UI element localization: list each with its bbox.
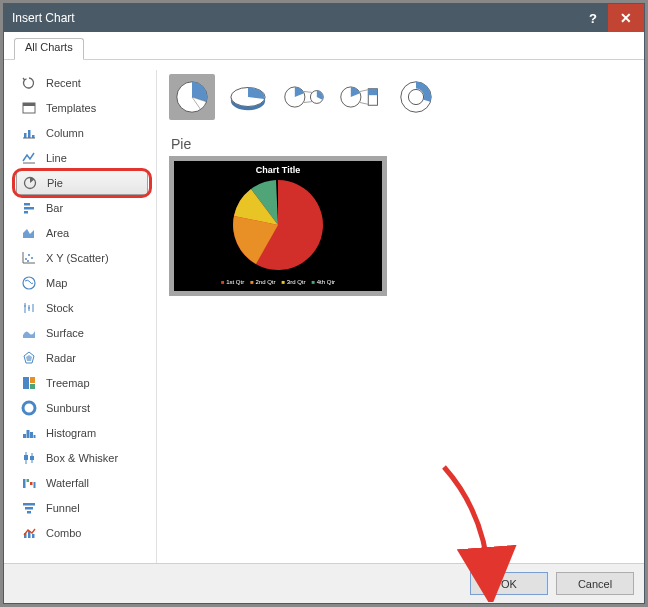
sidebar-item-pie[interactable]: Pie [16,170,148,195]
bar-icon [20,200,38,216]
variant-pie[interactable] [169,74,215,120]
dialog-content: All Charts Recent Templates [4,32,644,603]
variant-doughnut[interactable] [393,74,439,120]
sidebar-item-label: Bar [46,202,63,214]
main-pane: Pie Chart Title 1st Qtr [156,70,632,563]
sidebar-item-histogram[interactable]: Histogram [16,420,148,445]
svg-point-17 [27,260,29,262]
tab-all-charts[interactable]: All Charts [14,38,84,60]
sidebar-item-column[interactable]: Column [16,120,148,145]
box-whisker-icon [20,450,38,466]
chart-preview[interactable]: Chart Title 1st Qtr 2nd Qtr 3r [169,156,387,296]
sidebar-item-combo[interactable]: Combo [16,520,148,545]
svg-point-16 [31,257,33,259]
sidebar-item-label: Column [46,127,84,139]
sidebar-item-label: Box & Whisker [46,452,118,464]
variant-pie-of-pie[interactable] [281,74,327,120]
svg-rect-32 [27,430,30,438]
sidebar-item-label: Sunburst [46,402,90,414]
cancel-button[interactable]: Cancel [556,572,634,595]
pie-icon [21,175,39,191]
svg-line-58 [360,90,368,92]
svg-rect-1 [23,103,35,106]
sidebar-item-label: X Y (Scatter) [46,252,109,264]
svg-rect-44 [25,507,33,510]
sidebar-item-label: Waterfall [46,477,89,489]
svg-rect-2 [24,133,27,138]
svg-rect-9 [24,207,34,210]
svg-point-61 [408,89,423,104]
sunburst-icon [20,400,38,416]
help-button[interactable]: ? [578,4,608,32]
sidebar-item-boxwhisker[interactable]: Box & Whisker [16,445,148,470]
insert-chart-dialog: Insert Chart ? ✕ All Charts Recent [3,3,645,604]
close-button[interactable]: ✕ [608,4,644,32]
sidebar-item-label: Funnel [46,502,80,514]
map-icon [20,275,38,291]
sidebar-item-label: Combo [46,527,81,539]
sidebar-item-funnel[interactable]: Funnel [16,495,148,520]
svg-rect-34 [34,435,36,438]
stock-icon [20,300,38,316]
preview-chart-title: Chart Title [256,165,300,175]
svg-line-53 [304,92,312,93]
sidebar-item-label: Treemap [46,377,90,389]
svg-rect-10 [24,211,28,214]
waterfall-icon [20,475,38,491]
sidebar-item-templates[interactable]: Templates [16,95,148,120]
svg-rect-31 [23,434,26,438]
svg-rect-39 [23,479,26,488]
chart-category-list: Recent Templates Column [16,70,148,563]
sidebar-item-waterfall[interactable]: Waterfall [16,470,148,495]
window-title: Insert Chart [12,11,75,25]
radar-icon [20,350,38,366]
variant-bar-of-pie[interactable] [337,74,383,120]
sidebar-item-recent[interactable]: Recent [16,70,148,95]
sidebar-item-map[interactable]: Map [16,270,148,295]
svg-marker-25 [26,355,32,361]
sidebar-item-area[interactable]: Area [16,220,148,245]
sidebar-item-label: Pie [47,177,63,189]
svg-line-59 [360,103,368,105]
dialog-footer: OK Cancel [4,563,644,603]
sidebar-item-label: Area [46,227,69,239]
sidebar-item-treemap[interactable]: Treemap [16,370,148,395]
area-icon [20,225,38,241]
svg-rect-57 [368,89,377,95]
treemap-icon [20,375,38,391]
svg-line-54 [304,102,312,103]
svg-rect-41 [30,482,33,485]
preview-pie-icon [223,175,333,275]
dialog-body: Recent Templates Column [4,60,644,563]
variant-pie-3d[interactable] [225,74,271,120]
sidebar-item-scatter[interactable]: X Y (Scatter) [16,245,148,270]
svg-rect-3 [28,130,31,138]
sidebar-item-sunburst[interactable]: Sunburst [16,395,148,420]
subtype-label: Pie [171,136,632,152]
svg-point-18 [23,277,35,289]
svg-rect-33 [30,432,33,438]
tabstrip: All Charts [4,32,644,60]
sidebar-item-line[interactable]: Line [16,145,148,170]
svg-rect-27 [30,377,35,383]
svg-point-14 [25,258,27,260]
sidebar-item-stock[interactable]: Stock [16,295,148,320]
svg-rect-28 [30,384,35,389]
svg-rect-8 [24,203,30,206]
svg-point-51 [285,87,305,107]
sidebar-item-radar[interactable]: Radar [16,345,148,370]
sidebar-item-label: Map [46,277,67,289]
svg-point-15 [28,254,30,256]
scatter-icon [20,250,38,266]
line-icon [20,150,38,166]
ok-button[interactable]: OK [470,572,548,595]
combo-icon [20,525,38,541]
column-icon [20,125,38,141]
svg-rect-42 [34,482,36,488]
surface-icon [20,325,38,341]
sidebar-item-bar[interactable]: Bar [16,195,148,220]
sidebar-item-surface[interactable]: Surface [16,320,148,345]
svg-rect-43 [23,503,35,506]
sidebar-item-label: Histogram [46,427,96,439]
svg-rect-36 [24,455,28,460]
